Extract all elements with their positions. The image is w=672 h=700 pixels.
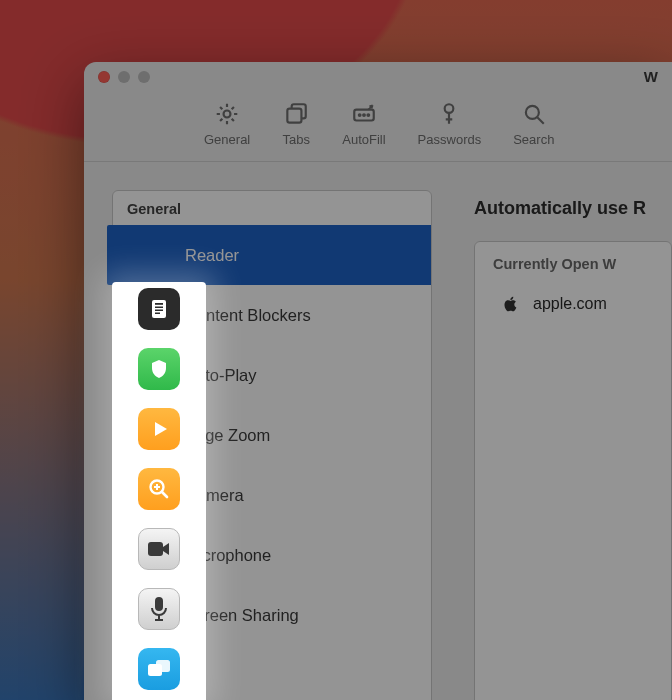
dim-overlay xyxy=(0,0,672,700)
shield-icon xyxy=(138,348,180,390)
sidebar-icon-spotlight xyxy=(112,282,206,700)
svg-rect-11 xyxy=(155,310,163,312)
magnifier-plus-icon xyxy=(138,468,180,510)
svg-rect-12 xyxy=(155,313,160,315)
svg-rect-10 xyxy=(155,307,163,309)
svg-rect-14 xyxy=(148,542,163,556)
svg-rect-9 xyxy=(155,303,163,305)
reader-icon xyxy=(138,288,180,330)
svg-rect-15 xyxy=(155,597,163,611)
play-icon xyxy=(138,408,180,450)
svg-rect-8 xyxy=(152,300,166,318)
screens-icon xyxy=(138,648,180,690)
microphone-icon xyxy=(138,588,180,630)
camera-icon xyxy=(138,528,180,570)
svg-rect-17 xyxy=(156,660,170,672)
